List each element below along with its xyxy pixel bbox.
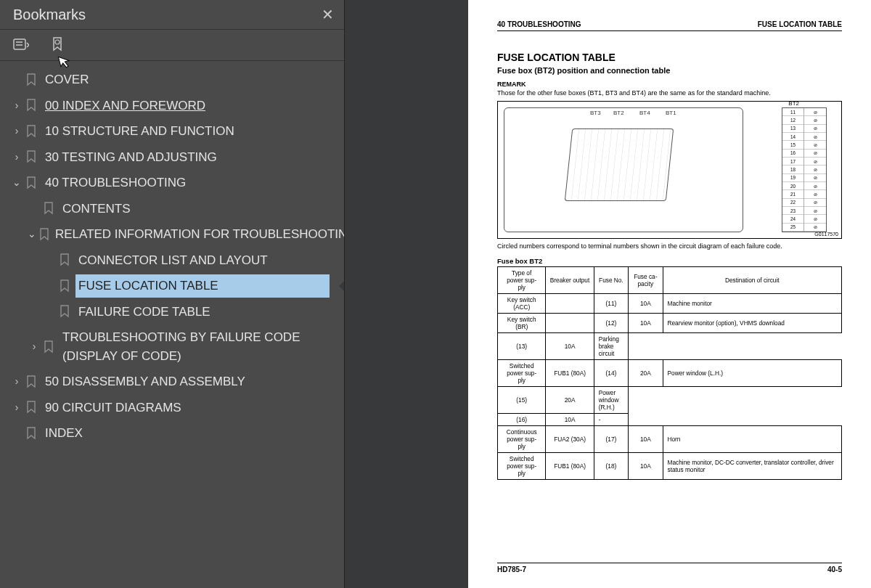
bookmark-icon	[60, 253, 73, 266]
bookmark-icon	[26, 427, 39, 440]
bookmark-icon	[44, 340, 57, 354]
diagram-bt4-label: BT4	[639, 110, 650, 116]
bookmark-icon	[26, 125, 39, 138]
bookmark-label: 10 STRUCTURE AND FUNCTION	[45, 122, 340, 141]
bookmarks-header: Bookmarks ✕	[0, 0, 344, 30]
footer-page: 40-5	[827, 565, 842, 573]
bookmark-item[interactable]: COVER	[0, 67, 344, 93]
bookmark-item[interactable]: ›50 DISASSEMBLY AND ASSEMBLY	[0, 369, 344, 395]
bookmark-tree: COVER› 00 INDEX AND FOREWORD›10 STRUCTUR…	[0, 61, 344, 446]
bookmark-icon	[60, 305, 73, 318]
doc-title: FUSE LOCATION TABLE	[497, 52, 842, 63]
twist-icon[interactable]: ›	[10, 98, 23, 113]
bookmark-item[interactable]: CONNECTOR LIST AND LAYOUT	[0, 248, 344, 274]
bookmark-item[interactable]: › 00 INDEX AND FOREWORD	[0, 93, 344, 119]
page-footer: HD785-7 40-5	[497, 563, 842, 573]
diagram-caption: Circled numbers correspond to terminal n…	[497, 242, 842, 250]
bookmark-icon	[26, 150, 39, 163]
twist-icon[interactable]: ›	[10, 374, 23, 389]
svg-rect-0	[14, 39, 25, 49]
bookmark-icon	[26, 375, 39, 388]
bookmark-icon	[60, 279, 73, 293]
fuse-table: Type ofpower sup-plyBreaker outputFuse N…	[497, 266, 842, 480]
bookmark-label: FUSE LOCATION TABLE	[78, 277, 340, 295]
options-icon[interactable]	[13, 37, 29, 53]
twist-icon[interactable]: ⌄	[28, 226, 36, 242]
bookmark-label: 30 TESTING AND ADJUSTING	[45, 148, 340, 167]
bookmark-label: 00 INDEX AND FOREWORD	[45, 97, 340, 115]
bookmarks-title: Bookmarks	[13, 7, 86, 23]
twist-icon[interactable]: ›	[10, 150, 23, 165]
bookmark-item[interactable]: ⌄40 TROUBLESHOOTING	[0, 170, 344, 196]
bookmark-item[interactable]: ›10 STRUCTURE AND FUNCTION	[0, 118, 344, 144]
bookmark-icon	[26, 73, 39, 86]
bookmark-label: 40 TROUBLESHOOTING	[45, 173, 340, 192]
bookmark-label: FAILURE CODE TABLE	[78, 303, 340, 322]
page-header: 40 TROUBLESHOOTING FUSE LOCATION TABLE	[497, 20, 842, 31]
twist-icon[interactable]: ›	[10, 400, 23, 415]
fuse-diagram: BT3 BT2 BT4 BT1 BT2 11121314151617181920…	[497, 101, 842, 239]
bookmark-icon	[26, 401, 39, 414]
remark-label: REMARK	[497, 81, 842, 88]
page-header-left: 40 TROUBLESHOOTING	[497, 20, 581, 28]
bookmark-icon	[44, 202, 57, 215]
viewer-background	[345, 0, 468, 588]
bookmark-icon	[26, 99, 39, 112]
bookmarks-panel: Bookmarks ✕ COVER› 00 INDEX AND FOREWORD…	[0, 0, 345, 588]
footer-model: HD785-7	[497, 565, 526, 573]
close-icon[interactable]: ✕	[322, 6, 334, 23]
diagram-code: G0117570	[814, 232, 838, 237]
diagram-bt2-label: BT2	[613, 110, 624, 116]
bookmark-label: CONTENTS	[62, 200, 340, 219]
bookmark-label: TROUBLESHOOTING BY FAILURE CODE (DISPLAY…	[62, 328, 340, 365]
bookmark-item[interactable]: FAILURE CODE TABLE	[0, 299, 344, 325]
twist-icon[interactable]: ⌄	[10, 175, 23, 190]
table-title: Fuse box BT2	[497, 257, 842, 265]
bookmark-label: INDEX	[45, 424, 340, 443]
pdf-page: 40 TROUBLESHOOTING FUSE LOCATION TABLE F…	[468, 0, 871, 588]
bookmark-item[interactable]: ›TROUBLESHOOTING BY FAILURE CODE (DISPLA…	[0, 324, 344, 369]
bookmark-label: CONNECTOR LIST AND LAYOUT	[78, 251, 340, 270]
bookmark-label: 50 DISASSEMBLY AND ASSEMBLY	[45, 372, 340, 391]
bookmark-item[interactable]: FUSE LOCATION TABLE	[0, 273, 344, 299]
bookmark-ribbon-icon[interactable]	[49, 37, 65, 53]
remark-text: Those for the other fuse boxes (BT1, BT3…	[497, 89, 842, 97]
diagram-bt1-label: BT1	[666, 110, 676, 116]
bookmark-item[interactable]: ⌄RELATED INFORMATION FOR TROUBLESHOOTING	[0, 221, 344, 248]
bookmark-label: COVER	[45, 70, 340, 89]
bookmark-item[interactable]: INDEX	[0, 420, 344, 446]
bookmark-item[interactable]: ›90 CIRCUIT DIAGRAMS	[0, 395, 344, 421]
bookmarks-toolbar	[0, 30, 344, 61]
bookmark-item[interactable]: ›30 TESTING AND ADJUSTING	[0, 144, 344, 171]
bookmark-label: RELATED INFORMATION FOR TROUBLESHOOTING	[55, 225, 344, 244]
doc-subtitle: Fuse box (BT2) position and connection t…	[497, 66, 842, 75]
page-header-right: FUSE LOCATION TABLE	[758, 20, 842, 28]
svg-point-3	[55, 40, 60, 44]
diagram-bt3-label: BT3	[590, 110, 601, 116]
bookmark-label: 90 CIRCUIT DIAGRAMS	[45, 399, 340, 417]
diagram-bt2-top: BT2	[788, 100, 799, 107]
twist-icon[interactable]: ›	[28, 339, 41, 354]
twist-icon[interactable]: ›	[10, 123, 23, 139]
bookmark-icon	[39, 228, 49, 241]
bookmark-item[interactable]: CONTENTS	[0, 196, 344, 222]
bt2-fuse-grid: 111213141516171819202122232425⊘⊘⊘⊘⊘⊘⊘⊘⊘⊘…	[782, 107, 827, 232]
bookmark-icon	[26, 176, 39, 189]
